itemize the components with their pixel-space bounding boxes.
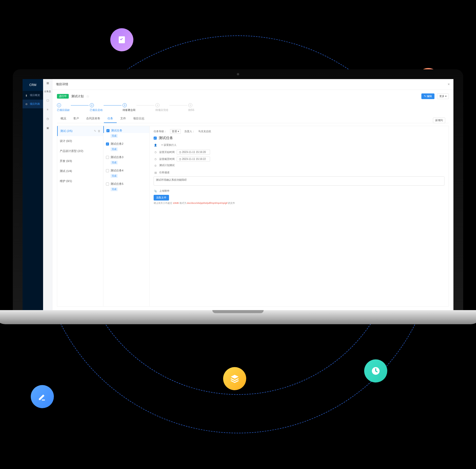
attach-label: 上传附件: [159, 189, 170, 193]
main-panel: 项目详情 ✕ 进行中 测试计划 ☆ ✎ 编辑 更多 ▾: [52, 79, 453, 310]
category-item[interactable]: 设计 (0/2): [57, 136, 103, 146]
tab-contract[interactable]: 合同及财务: [83, 114, 104, 123]
task-tag: 完成: [111, 147, 118, 151]
checkbox-icon[interactable]: [106, 156, 109, 159]
checkbox-icon[interactable]: [106, 183, 109, 186]
end-datetime-input[interactable]: ◷ 2023-11-11 15:16:22: [177, 157, 210, 161]
plan-label: 测试计划测试: [159, 164, 175, 167]
tab-customer[interactable]: 客户: [70, 114, 83, 123]
assignee-input[interactable]: + 设置执行人: [159, 142, 193, 148]
brand-label: CRM: [23, 79, 43, 91]
priority-label: 任务等级：: [154, 130, 166, 133]
list-icon[interactable]: ≡: [45, 107, 50, 112]
checklist-icon: [110, 28, 133, 51]
task-item[interactable]: ✓测试任务2: [103, 139, 149, 146]
pencil-icon: [31, 385, 54, 408]
task-item[interactable]: 测试任务5: [103, 179, 149, 186]
checkbox-icon[interactable]: ✓: [106, 142, 109, 146]
step-label: 已项目启动: [90, 108, 103, 112]
note-icon: ▤: [154, 171, 157, 174]
task-tag: 完成: [111, 134, 118, 138]
folder-icon[interactable]: ▣: [45, 126, 50, 130]
sec-tab-label[interactable]: 全集盘: [44, 90, 51, 93]
status-badge: 进行中: [57, 94, 69, 99]
nav-item-overview[interactable]: ▮ 项目概览: [23, 91, 43, 100]
start-label: 设置开始时间: [159, 150, 175, 154]
nav-item-projects[interactable]: ✿ 项目列表: [23, 100, 43, 108]
task-tag: 完成: [111, 174, 118, 178]
step-node-5[interactable]: 5: [188, 103, 192, 107]
camera-dot: [237, 73, 239, 75]
star-icon[interactable]: ☆: [86, 94, 90, 98]
project-name: 测试计划: [71, 94, 84, 99]
detail-title: 测试任务: [159, 136, 173, 140]
checkbox-icon[interactable]: ✓: [154, 137, 157, 140]
step-node-2[interactable]: 2: [90, 103, 94, 107]
owner-label: 负责人：: [184, 130, 195, 133]
target-icon: ◎: [154, 164, 157, 167]
laptop-mockup: CRM ▮ 项目概览 ✿ 项目列表 ▦ 全集盘 ▢ ≡ ◷: [13, 69, 463, 324]
laptop-base: [0, 310, 476, 324]
upload-hint: 请上传大小不超过 10MB 格式为 doc/docx/xls/ppt/txt/p…: [154, 202, 444, 205]
delete-icon[interactable]: 🗑: [98, 129, 101, 133]
user-icon: 👤: [154, 143, 157, 147]
edit-button[interactable]: ✎ 编辑: [421, 93, 434, 99]
progress-steps: 1已项目回款 2已项目启动 3待签署合同 4待项目完结 5待SS: [57, 103, 449, 112]
settings-icon: ✿: [25, 102, 28, 106]
clock-icon: ◷: [154, 157, 157, 161]
task-item[interactable]: 测试任务4: [103, 166, 149, 173]
step-node-1[interactable]: 1: [57, 103, 61, 107]
description-textarea[interactable]: [154, 176, 444, 186]
start-datetime-input[interactable]: ◷ 2023-11-11 15:16:20: [177, 150, 210, 155]
tab-files[interactable]: 文件: [117, 114, 130, 123]
priority-select[interactable]: 普通 ▾: [170, 129, 181, 134]
step-label: 待签署合同: [123, 108, 135, 112]
content-tabs: 概况 客户 合同及财务 任务 文件 项目日志: [57, 114, 449, 123]
tab-overview[interactable]: 概况: [57, 114, 70, 123]
page-title: 项目详情: [56, 82, 68, 87]
nav-label: 项目列表: [30, 102, 40, 106]
desc-label: 任务描述: [159, 171, 170, 174]
step-label: 已项目回款: [57, 108, 70, 112]
more-button[interactable]: 更多 ▾: [437, 93, 449, 99]
page-header: 项目详情 ✕: [52, 79, 453, 90]
category-item[interactable]: 开发 (0/3): [57, 156, 103, 166]
stack-icon: [223, 367, 246, 390]
doc-icon[interactable]: ▢: [45, 98, 50, 102]
tab-tasks[interactable]: 任务: [104, 114, 117, 123]
edit-icon[interactable]: ✎: [94, 129, 96, 133]
task-tag: 完成: [111, 161, 118, 165]
new-column-button[interactable]: 新增列: [433, 118, 445, 123]
close-icon[interactable]: ✕: [448, 83, 450, 86]
step-node-4[interactable]: 4: [155, 103, 160, 107]
bar-chart-icon: ▮: [25, 93, 28, 97]
tab-logs[interactable]: 项目日志: [130, 114, 148, 123]
checkbox-icon[interactable]: [106, 169, 109, 172]
owner-value: 马克龙总统: [198, 130, 211, 133]
task-detail: 任务等级： 普通 ▾ 负责人： 马克龙总统 ✓测试任务 👤+ 设置执行人 ◷设置…: [150, 126, 449, 306]
category-item[interactable]: 产品设计原型 (2/2): [57, 146, 103, 156]
clock-icon: [364, 359, 387, 382]
sidebar-secondary: ▦ 全集盘 ▢ ≡ ◷ ▣: [43, 79, 52, 310]
clock-icon: ◷: [154, 150, 157, 154]
end-label: 设置截至时间: [159, 157, 175, 161]
category-item[interactable]: 维护 (0/1): [57, 176, 103, 186]
step-node-3[interactable]: 3: [123, 103, 127, 107]
category-item[interactable]: 测试 (2/5)✎🗑: [57, 126, 103, 136]
task-tag: 完成: [111, 187, 118, 191]
nav-label: 项目概览: [30, 93, 40, 97]
task-item[interactable]: 测试任务3: [103, 153, 149, 160]
step-label: 待SS: [188, 108, 194, 112]
checkbox-icon[interactable]: ✓: [106, 129, 110, 132]
select-file-button[interactable]: 选取文件: [154, 195, 169, 200]
step-label: 待项目完结: [155, 108, 168, 112]
time-icon[interactable]: ◷: [45, 116, 50, 121]
grid-icon[interactable]: ▦: [45, 81, 50, 85]
task-list: ✓测试任务完成 ✓测试任务2完成 测试任务3完成 测试任务4完成 测试任务5完成: [103, 126, 150, 306]
task-item[interactable]: ✓测试任务: [103, 126, 149, 133]
svg-rect-0: [119, 36, 125, 43]
attach-icon: 📎: [154, 189, 157, 193]
category-list: 测试 (2/5)✎🗑 设计 (0/2) 产品设计原型 (2/2) 开发 (0/3…: [57, 126, 103, 306]
sidebar-primary: CRM ▮ 项目概览 ✿ 项目列表: [23, 79, 43, 310]
category-item[interactable]: 测试 (1/4): [57, 166, 103, 176]
